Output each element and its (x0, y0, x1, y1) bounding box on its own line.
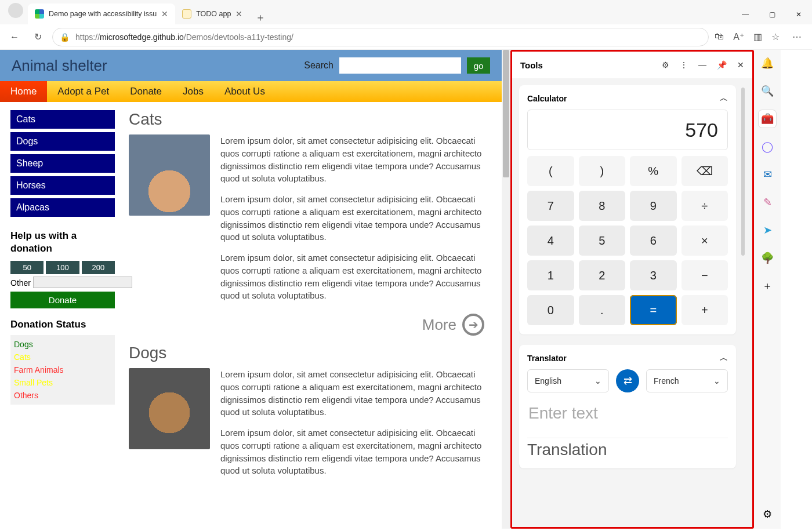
tools-icon[interactable]: 🧰 (759, 110, 776, 128)
settings-gear-icon[interactable]: ⚙ (759, 505, 776, 523)
translate-to-select[interactable]: French ⌄ (646, 369, 728, 392)
calculator-display: 570 (527, 110, 728, 150)
calc-key-1[interactable]: 1 (527, 260, 574, 290)
tools-scrollbar[interactable] (741, 85, 745, 520)
calc-key-divide[interactable]: ÷ (682, 191, 728, 221)
scrollbar-thumb[interactable] (741, 88, 745, 256)
calc-key-8[interactable]: 8 (579, 191, 626, 221)
calc-key-minus[interactable]: − (682, 260, 728, 290)
browser-tab[interactable]: Demo page with accessibility issu ✕ (28, 3, 175, 24)
calc-key-lparen[interactable]: ( (527, 156, 574, 186)
settings-sliders-icon[interactable]: ⚙ (662, 60, 669, 70)
category-link[interactable]: Alpacas (10, 198, 115, 217)
refresh-button[interactable]: ↻ (29, 28, 46, 46)
chevron-up-icon[interactable]: ︿ (720, 93, 728, 104)
nav-jobs[interactable]: Jobs (172, 81, 214, 102)
profile-avatar[interactable] (8, 3, 23, 18)
calc-key-4[interactable]: 4 (527, 226, 574, 256)
more-link[interactable]: More ➔ (129, 314, 484, 336)
tools-sidebar: Tools ⚙ ⋮ ― 📌 ✕ Calculator ︿ 570 ( ) (510, 50, 754, 529)
close-panel-icon[interactable]: ✕ (737, 60, 744, 70)
calc-key-7[interactable]: 7 (527, 191, 574, 221)
outlook-icon[interactable]: ✉ (759, 166, 776, 183)
back-button[interactable]: ← (6, 28, 23, 46)
nav-home[interactable]: Home (0, 81, 47, 102)
donation-preset-button[interactable]: 100 (46, 261, 79, 274)
chevron-up-icon[interactable]: ︿ (720, 353, 728, 363)
new-tab-button[interactable]: ＋ (249, 10, 271, 24)
page-scrollbar[interactable] (502, 50, 510, 529)
donation-status-item[interactable]: Small Pets (14, 378, 111, 387)
read-aloud-icon[interactable]: A⁺ (733, 31, 744, 42)
calc-key-9[interactable]: 9 (630, 191, 677, 221)
nav-about[interactable]: About Us (214, 81, 276, 102)
calc-key-plus[interactable]: + (682, 295, 728, 325)
notifications-icon[interactable]: 🔔 (759, 54, 776, 72)
calc-key-6[interactable]: 6 (630, 226, 677, 256)
kebab-menu-icon[interactable]: ⋮ (680, 60, 688, 70)
category-link[interactable]: Sheep (10, 154, 115, 173)
minimize-button[interactable]: ― (732, 5, 759, 24)
translate-input[interactable]: Enter text (527, 402, 728, 438)
calc-key-multiply[interactable]: × (682, 226, 728, 256)
calc-key-0[interactable]: 0 (527, 295, 574, 325)
search-icon[interactable]: 🔍 (759, 82, 776, 100)
calculator-title: Calculator (527, 94, 567, 103)
search-go-button[interactable]: go (467, 57, 490, 74)
close-window-button[interactable]: ✕ (785, 5, 812, 24)
minimize-panel-icon[interactable]: ― (698, 60, 706, 70)
calc-key-3[interactable]: 3 (630, 260, 677, 290)
edit-icon[interactable]: ✎ (759, 194, 776, 211)
donation-status-item[interactable]: Cats (14, 352, 111, 362)
donate-button[interactable]: Donate (10, 292, 115, 308)
donation-status-item[interactable]: Dogs (14, 340, 111, 349)
note-favicon-icon (182, 9, 191, 19)
tree-icon[interactable]: 🌳 (759, 249, 776, 267)
tools-title: Tools (520, 60, 543, 70)
scrollbar-thumb[interactable] (503, 50, 509, 177)
category-link[interactable]: Horses (10, 176, 115, 195)
nav-donate[interactable]: Donate (119, 81, 172, 102)
category-link[interactable]: Cats (10, 110, 115, 129)
donation-status-heading: Donation Status (10, 319, 115, 330)
donation-status-item[interactable]: Farm Animals (14, 365, 111, 374)
browser-tab[interactable]: TODO app ✕ (175, 3, 249, 24)
chevron-down-icon: ⌄ (594, 376, 601, 385)
donation-other-input[interactable] (33, 277, 132, 288)
calc-key-2[interactable]: 2 (579, 260, 626, 290)
more-menu-button[interactable]: ⋯ (789, 28, 806, 46)
translate-from-value: English (535, 376, 561, 385)
site-header: Animal shelter Search go (0, 50, 502, 81)
add-sidebar-button[interactable]: ＋ (759, 277, 776, 294)
close-icon[interactable]: ✕ (161, 9, 168, 19)
maximize-button[interactable]: ▢ (759, 5, 785, 24)
tab-title: TODO app (196, 10, 231, 18)
microsoft365-icon[interactable]: ◯ (759, 138, 776, 155)
window-titlebar: Demo page with accessibility issu ✕ TODO… (0, 0, 812, 24)
translate-output-label: Translation (527, 438, 728, 459)
edge-sidebar: 🔔 🔍 🧰 ◯ ✉ ✎ ➤ 🌳 ＋ ⚙ (754, 50, 781, 529)
close-icon[interactable]: ✕ (235, 9, 242, 19)
pin-icon[interactable]: 📌 (717, 60, 727, 70)
edge-favicon-icon (35, 9, 44, 19)
more-label: More (422, 316, 456, 334)
nav-adopt[interactable]: Adopt a Pet (47, 81, 119, 102)
calc-key-equals[interactable]: = (630, 295, 677, 325)
calc-key-rparen[interactable]: ) (579, 156, 626, 186)
reader-icon[interactable]: ▥ (753, 31, 762, 42)
send-icon[interactable]: ➤ (759, 221, 776, 239)
calc-key-backspace[interactable]: ⌫ (682, 156, 728, 186)
donation-status-item[interactable]: Others (14, 391, 111, 400)
search-input[interactable] (339, 57, 461, 74)
category-link[interactable]: Dogs (10, 132, 115, 151)
donation-preset-button[interactable]: 200 (82, 261, 115, 274)
swap-languages-button[interactable]: ⇄ (616, 369, 639, 392)
translate-from-select[interactable]: English ⌄ (527, 369, 609, 392)
calc-key-percent[interactable]: % (630, 156, 677, 186)
url-field[interactable]: 🔒 https://microsoftedge.github.io/Demos/… (52, 28, 709, 46)
shopping-icon[interactable]: 🛍 (715, 31, 724, 42)
donation-preset-button[interactable]: 50 (10, 261, 44, 274)
calc-key-dot[interactable]: . (579, 295, 626, 325)
calc-key-5[interactable]: 5 (579, 226, 626, 256)
favorite-icon[interactable]: ☆ (771, 31, 780, 42)
